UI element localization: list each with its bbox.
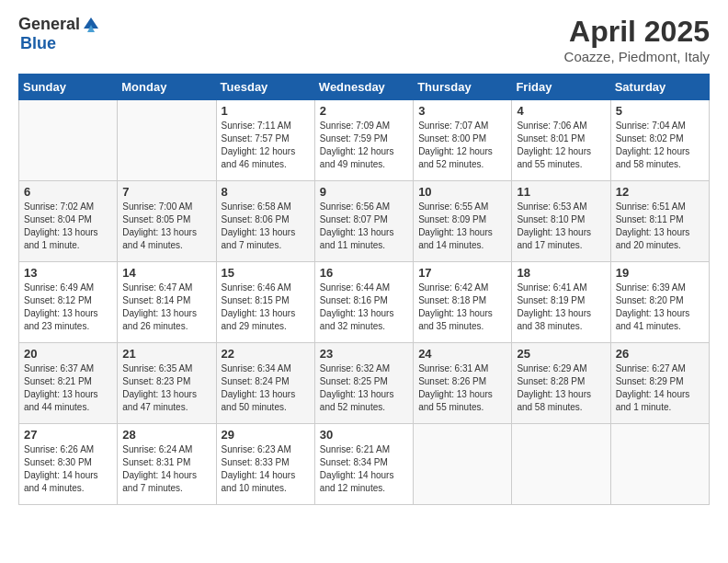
calendar-day-cell: 10Sunrise: 6:55 AMSunset: 8:09 PMDayligh… <box>414 181 512 262</box>
day-info: Sunrise: 6:42 AMSunset: 8:18 PMDaylight:… <box>418 282 506 333</box>
calendar-week-row: 27Sunrise: 6:26 AMSunset: 8:30 PMDayligh… <box>19 424 710 505</box>
calendar-subtitle: Coazze, Piedmont, Italy <box>564 49 710 64</box>
logo-icon <box>82 16 100 34</box>
day-info: Sunrise: 6:34 AMSunset: 8:24 PMDaylight:… <box>222 362 310 414</box>
day-number: 22 <box>222 347 310 361</box>
day-number: 26 <box>616 347 704 361</box>
day-number: 20 <box>24 347 112 361</box>
day-number: 13 <box>24 266 112 280</box>
weekday-header: Saturday <box>610 75 709 100</box>
day-info: Sunrise: 6:55 AMSunset: 8:09 PMDaylight:… <box>418 201 506 252</box>
logo: General Blue <box>18 15 100 53</box>
day-number: 2 <box>320 104 408 118</box>
day-info: Sunrise: 6:26 AMSunset: 8:30 PMDaylight:… <box>24 443 112 495</box>
day-info: Sunrise: 6:53 AMSunset: 8:10 PMDaylight:… <box>517 201 605 252</box>
calendar-day-cell: 23Sunrise: 6:32 AMSunset: 8:25 PMDayligh… <box>314 343 413 424</box>
calendar-day-cell: 18Sunrise: 6:41 AMSunset: 8:19 PMDayligh… <box>512 262 610 343</box>
day-number: 11 <box>517 185 605 199</box>
day-info: Sunrise: 7:07 AMSunset: 8:00 PMDaylight:… <box>418 120 506 171</box>
page-container: General Blue April 2025 Coazze, Piedmont… <box>0 0 728 520</box>
calendar-day-cell: 16Sunrise: 6:44 AMSunset: 8:16 PMDayligh… <box>314 262 413 343</box>
calendar-day-cell: 1Sunrise: 7:11 AMSunset: 7:57 PMDaylight… <box>216 100 314 181</box>
day-info: Sunrise: 6:32 AMSunset: 8:25 PMDaylight:… <box>320 362 408 414</box>
day-info: Sunrise: 6:41 AMSunset: 8:19 PMDaylight:… <box>517 282 605 333</box>
day-number: 27 <box>24 428 112 442</box>
day-number: 18 <box>517 266 605 280</box>
weekday-header: Thursday <box>414 75 512 100</box>
day-number: 4 <box>517 104 605 118</box>
weekday-header: Tuesday <box>216 75 314 100</box>
weekday-header: Wednesday <box>314 75 413 100</box>
day-number: 3 <box>418 104 506 118</box>
day-info: Sunrise: 6:58 AMSunset: 8:06 PMDaylight:… <box>222 201 310 252</box>
day-info: Sunrise: 6:51 AMSunset: 8:11 PMDaylight:… <box>616 201 704 252</box>
calendar-day-cell: 29Sunrise: 6:23 AMSunset: 8:33 PMDayligh… <box>216 424 314 505</box>
day-number: 15 <box>222 266 310 280</box>
calendar-day-cell: 2Sunrise: 7:09 AMSunset: 7:59 PMDaylight… <box>314 100 413 181</box>
calendar-title: April 2025 <box>564 15 710 49</box>
day-number: 12 <box>616 185 704 199</box>
calendar-table: SundayMondayTuesdayWednesdayThursdayFrid… <box>18 74 710 505</box>
calendar-day-cell <box>610 424 709 505</box>
calendar-day-cell: 15Sunrise: 6:46 AMSunset: 8:15 PMDayligh… <box>216 262 314 343</box>
calendar-day-cell: 24Sunrise: 6:31 AMSunset: 8:26 PMDayligh… <box>414 343 512 424</box>
calendar-day-cell <box>118 100 216 181</box>
day-info: Sunrise: 6:29 AMSunset: 8:28 PMDaylight:… <box>517 362 605 414</box>
calendar-day-cell: 14Sunrise: 6:47 AMSunset: 8:14 PMDayligh… <box>118 262 216 343</box>
day-number: 17 <box>418 266 506 280</box>
calendar-day-cell <box>512 424 610 505</box>
calendar-day-cell: 26Sunrise: 6:27 AMSunset: 8:29 PMDayligh… <box>610 343 709 424</box>
calendar-day-cell: 19Sunrise: 6:39 AMSunset: 8:20 PMDayligh… <box>610 262 709 343</box>
day-info: Sunrise: 6:35 AMSunset: 8:23 PMDaylight:… <box>122 362 210 414</box>
day-info: Sunrise: 6:23 AMSunset: 8:33 PMDaylight:… <box>222 443 310 495</box>
calendar-day-cell <box>414 424 512 505</box>
day-number: 6 <box>24 185 112 199</box>
day-number: 7 <box>122 185 210 199</box>
day-info: Sunrise: 7:04 AMSunset: 8:02 PMDaylight:… <box>616 120 704 171</box>
calendar-day-cell: 25Sunrise: 6:29 AMSunset: 8:28 PMDayligh… <box>512 343 610 424</box>
day-number: 21 <box>122 347 210 361</box>
calendar-day-cell: 28Sunrise: 6:24 AMSunset: 8:31 PMDayligh… <box>118 424 216 505</box>
logo-blue-text: Blue <box>20 34 56 53</box>
day-number: 10 <box>418 185 506 199</box>
calendar-day-cell <box>19 100 118 181</box>
calendar-day-cell: 11Sunrise: 6:53 AMSunset: 8:10 PMDayligh… <box>512 181 610 262</box>
day-info: Sunrise: 7:11 AMSunset: 7:57 PMDaylight:… <box>222 120 310 171</box>
calendar-day-cell: 17Sunrise: 6:42 AMSunset: 8:18 PMDayligh… <box>414 262 512 343</box>
calendar-day-cell: 7Sunrise: 7:00 AMSunset: 8:05 PMDaylight… <box>118 181 216 262</box>
calendar-day-cell: 4Sunrise: 7:06 AMSunset: 8:01 PMDaylight… <box>512 100 610 181</box>
day-info: Sunrise: 6:46 AMSunset: 8:15 PMDaylight:… <box>222 282 310 333</box>
day-info: Sunrise: 6:37 AMSunset: 8:21 PMDaylight:… <box>24 362 112 414</box>
calendar-day-cell: 20Sunrise: 6:37 AMSunset: 8:21 PMDayligh… <box>19 343 118 424</box>
calendar-day-cell: 30Sunrise: 6:21 AMSunset: 8:34 PMDayligh… <box>314 424 413 505</box>
day-number: 23 <box>320 347 408 361</box>
day-info: Sunrise: 6:47 AMSunset: 8:14 PMDaylight:… <box>122 282 210 333</box>
day-info: Sunrise: 6:24 AMSunset: 8:31 PMDaylight:… <box>122 443 210 495</box>
day-number: 8 <box>222 185 310 199</box>
calendar-week-row: 20Sunrise: 6:37 AMSunset: 8:21 PMDayligh… <box>19 343 710 424</box>
day-number: 1 <box>222 104 310 118</box>
day-info: Sunrise: 6:44 AMSunset: 8:16 PMDaylight:… <box>320 282 408 333</box>
day-number: 9 <box>320 185 408 199</box>
calendar-week-row: 13Sunrise: 6:49 AMSunset: 8:12 PMDayligh… <box>19 262 710 343</box>
day-number: 30 <box>320 428 408 442</box>
calendar-day-cell: 8Sunrise: 6:58 AMSunset: 8:06 PMDaylight… <box>216 181 314 262</box>
calendar-day-cell: 27Sunrise: 6:26 AMSunset: 8:30 PMDayligh… <box>19 424 118 505</box>
weekday-header: Monday <box>118 75 216 100</box>
calendar-day-cell: 13Sunrise: 6:49 AMSunset: 8:12 PMDayligh… <box>19 262 118 343</box>
weekday-header: Friday <box>512 75 610 100</box>
calendar-day-cell: 12Sunrise: 6:51 AMSunset: 8:11 PMDayligh… <box>610 181 709 262</box>
logo-general-text: General <box>18 15 80 34</box>
calendar-day-cell: 6Sunrise: 7:02 AMSunset: 8:04 PMDaylight… <box>19 181 118 262</box>
day-number: 29 <box>222 428 310 442</box>
day-info: Sunrise: 7:06 AMSunset: 8:01 PMDaylight:… <box>517 120 605 171</box>
day-number: 24 <box>418 347 506 361</box>
day-number: 5 <box>616 104 704 118</box>
calendar-day-cell: 5Sunrise: 7:04 AMSunset: 8:02 PMDaylight… <box>610 100 709 181</box>
day-info: Sunrise: 7:09 AMSunset: 7:59 PMDaylight:… <box>320 120 408 171</box>
calendar-day-cell: 21Sunrise: 6:35 AMSunset: 8:23 PMDayligh… <box>118 343 216 424</box>
day-info: Sunrise: 6:27 AMSunset: 8:29 PMDaylight:… <box>616 362 704 414</box>
title-block: April 2025 Coazze, Piedmont, Italy <box>564 15 710 64</box>
calendar-day-cell: 3Sunrise: 7:07 AMSunset: 8:00 PMDaylight… <box>414 100 512 181</box>
day-info: Sunrise: 7:00 AMSunset: 8:05 PMDaylight:… <box>122 201 210 252</box>
